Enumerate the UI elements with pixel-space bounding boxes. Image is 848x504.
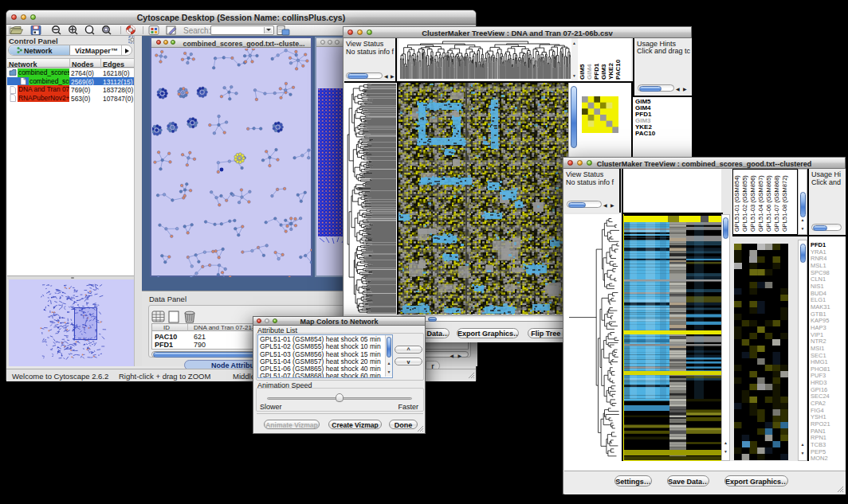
- svg-text:GPL51-07 (GSM868): GPL51-07 (GSM868): [773, 175, 780, 232]
- svg-text:GIM5: GIM5: [579, 64, 586, 80]
- svg-text:GPL51-02 (GSM855): GPL51-02 (GSM855): [741, 175, 748, 232]
- svg-text:GIM3: GIM3: [600, 64, 607, 80]
- svg-text:PFD1: PFD1: [593, 63, 600, 80]
- svg-text:PAC10: PAC10: [614, 59, 622, 80]
- svg-text:GIM4: GIM4: [586, 64, 593, 80]
- svg-text:GPL51-03 (GSM856): GPL51-03 (GSM856): [749, 175, 756, 232]
- svg-text:GPL51-01 (GSM854): GPL51-01 (GSM854): [733, 175, 740, 232]
- svg-text:YKE2: YKE2: [607, 63, 614, 80]
- svg-text:GPL51-04 (GSM857): GPL51-04 (GSM857): [757, 175, 764, 232]
- svg-text:GPL51-08 (GSM872): GPL51-08 (GSM872): [781, 175, 788, 232]
- svg-text:GPL51-06 (GSM865): GPL51-06 (GSM865): [765, 175, 772, 232]
